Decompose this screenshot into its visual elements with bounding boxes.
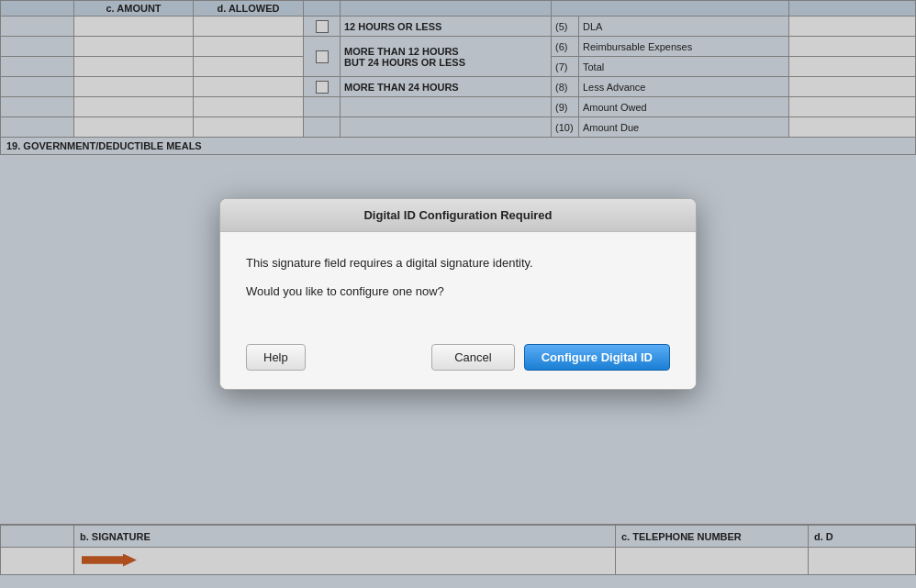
dialog-right-buttons: Cancel Configure Digital ID	[431, 344, 670, 371]
dialog-footer: Help Cancel Configure Digital ID	[220, 329, 696, 389]
cancel-button[interactable]: Cancel	[431, 344, 514, 371]
help-button[interactable]: Help	[246, 344, 306, 371]
digital-id-dialog: Digital ID Configuration Required This s…	[219, 198, 697, 390]
dialog-title: Digital ID Configuration Required	[363, 208, 552, 222]
dialog-body-line1: This signature field requires a digital …	[246, 254, 670, 273]
configure-digital-id-button[interactable]: Configure Digital ID	[524, 344, 670, 371]
dialog-overlay: Digital ID Configuration Required This s…	[0, 0, 916, 588]
dialog-body-line2: Would you like to configure one now?	[246, 283, 670, 302]
dialog-titlebar: Digital ID Configuration Required	[220, 199, 696, 232]
dialog-body: This signature field requires a digital …	[220, 232, 696, 329]
